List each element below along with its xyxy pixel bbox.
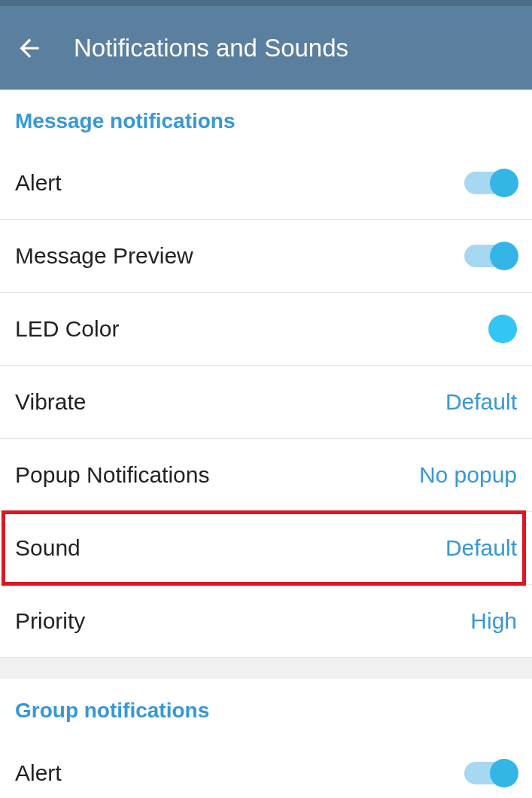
row-popup-notifications[interactable]: Popup Notifications No popup: [0, 439, 532, 512]
row-alert[interactable]: Alert: [0, 147, 532, 220]
row-value: High: [470, 608, 517, 634]
row-vibrate[interactable]: Vibrate Default: [0, 366, 532, 439]
toggle-alert[interactable]: [464, 172, 517, 194]
toggle-preview[interactable]: [464, 245, 517, 267]
row-message-preview[interactable]: Message Preview: [0, 220, 532, 293]
row-label: Sound: [15, 535, 81, 561]
row-led-color[interactable]: LED Color: [0, 293, 532, 366]
row-value: Default: [445, 535, 517, 561]
row-group-alert[interactable]: Alert: [0, 736, 532, 798]
row-label: Vibrate: [15, 389, 87, 415]
header: Notifications and Sounds: [0, 0, 532, 90]
arrow-left-icon: [15, 34, 44, 62]
row-value: No popup: [419, 462, 517, 488]
row-label: LED Color: [15, 316, 119, 342]
led-indicator-icon: [488, 315, 517, 343]
row-priority[interactable]: Priority High: [0, 585, 532, 658]
back-button[interactable]: [15, 34, 44, 62]
row-value: Default: [445, 389, 517, 415]
row-sound[interactable]: Sound Default: [0, 512, 532, 585]
page-title: Notifications and Sounds: [74, 34, 348, 62]
toggle-group-alert[interactable]: [464, 762, 517, 784]
section-header-message: Message notifications: [0, 90, 532, 147]
row-label: Alert: [15, 170, 62, 196]
row-label: Priority: [15, 608, 85, 634]
row-label: Alert: [15, 760, 62, 786]
section-header-group: Group notifications: [0, 679, 532, 736]
row-label: Popup Notifications: [15, 462, 210, 488]
section-spacer: [0, 658, 532, 679]
row-label: Message Preview: [15, 243, 193, 269]
